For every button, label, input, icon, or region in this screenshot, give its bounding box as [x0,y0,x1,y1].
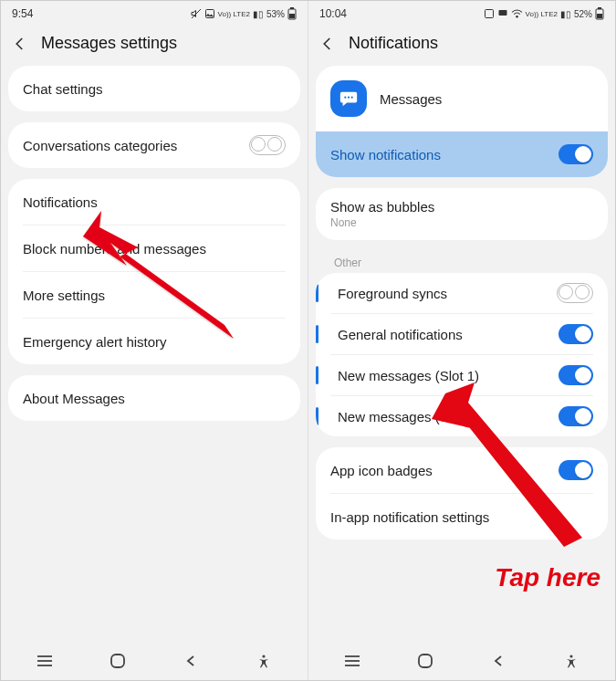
page-title: Notifications [349,34,438,53]
nav-bar [308,642,615,680]
row-show-notifications[interactable]: Show notifications [316,131,608,177]
status-battery: 52% [574,9,592,19]
app-name: Messages [380,91,442,107]
title-bar: Messages settings [1,25,308,66]
nav-recents[interactable] [334,650,371,672]
row-chat-settings[interactable]: Chat settings [8,66,300,111]
card-chat: Chat settings [8,66,300,111]
row-app-header[interactable]: Messages [316,66,608,131]
row-in-app-notif[interactable]: In-app notification settings [316,494,608,540]
messages-app-icon [330,80,367,117]
battery-icon [287,7,297,20]
picture-icon [484,8,495,19]
svg-point-17 [344,97,346,99]
chat-icon [497,8,508,19]
row-about-messages[interactable]: About Messages [8,375,300,421]
status-net: Vo)) LTE2 [526,10,558,18]
card-bubbles: Show as bubbles None [316,188,608,240]
toggle-new-messages-slot1[interactable] [559,365,593,385]
row-app-icon-badges[interactable]: App icon badges [316,447,608,493]
phone-left: 9:54 Vo)) LTE2 ▮▯ 53% Messages settings … [1,1,308,680]
signal-icon: ▮▯ [560,9,571,19]
nav-back[interactable] [480,650,517,672]
svg-rect-16 [597,14,602,18]
wifi-icon [511,9,523,18]
card-main: Notifications Block numbers and messages… [8,179,300,364]
back-icon[interactable] [319,36,336,52]
svg-rect-11 [485,10,493,18]
status-right: Vo)) LTE2 ▮▯ 53% [191,7,297,20]
svg-rect-23 [419,655,432,667]
row-new-messages-sim2[interactable]: New messages (SIM2) [316,396,608,436]
row-emergency-alert[interactable]: Emergency alert history [8,319,300,364]
nav-back[interactable] [172,650,209,672]
status-right: Vo)) LTE2 ▮▯ 52% [484,7,604,20]
row-block-numbers[interactable]: Block numbers and messages [8,225,300,271]
row-foreground-syncs[interactable]: Foreground syncs [316,273,608,313]
signal-icon: ▮▯ [253,9,264,19]
toggle-foreground-syncs[interactable] [557,283,593,303]
screenshot-pair: 9:54 Vo)) LTE2 ▮▯ 53% Messages settings … [0,0,616,681]
status-bar: 10:04 Vo)) LTE2 ▮▯ 52% [308,1,615,25]
svg-rect-8 [111,655,124,667]
row-notifications[interactable]: Notifications [8,179,300,225]
card-about: About Messages [8,375,300,421]
page-title: Messages settings [41,34,177,53]
status-time: 9:54 [12,7,33,20]
svg-rect-3 [290,7,294,9]
card-other: Foreground syncs General notifications N… [316,273,608,436]
nav-accessibility[interactable] [553,650,590,672]
svg-point-24 [569,655,572,657]
toggle-conversations-categories[interactable] [249,135,286,155]
battery-icon [595,7,604,20]
svg-point-18 [348,97,350,99]
card-last: App icon badges In-app notification sett… [316,447,608,540]
svg-rect-12 [498,10,506,16]
row-conversations-categories[interactable]: Conversations categories [8,122,300,168]
nav-home[interactable] [99,650,136,672]
settings-list: Messages Show notifications Show as bubb… [308,66,615,642]
card-app: Messages Show notifications [316,66,608,177]
toggle-general-notifications[interactable] [559,324,593,344]
svg-rect-15 [598,7,601,9]
card-conv: Conversations categories [8,122,300,168]
picture-icon [204,8,215,19]
svg-point-13 [516,16,517,17]
status-battery: 53% [266,9,285,19]
toggle-new-messages-sim2[interactable] [559,406,593,426]
phone-right: 10:04 Vo)) LTE2 ▮▯ 52% Notifications [308,1,615,680]
status-bar: 9:54 Vo)) LTE2 ▮▯ 53% [1,1,308,25]
settings-list: Chat settings Conversations categories N… [1,66,308,642]
nav-bar [1,642,308,680]
row-more-settings[interactable]: More settings [8,272,300,318]
back-icon[interactable] [12,36,28,52]
row-new-messages-slot1[interactable]: New messages (Slot 1) [316,355,608,395]
nav-accessibility[interactable] [245,650,282,672]
svg-point-19 [351,97,353,99]
svg-point-9 [262,655,265,657]
section-other: Other [316,251,608,273]
title-bar: Notifications [308,25,615,66]
status-time: 10:04 [319,7,347,20]
row-show-bubbles[interactable]: Show as bubbles None [316,188,608,240]
nav-recents[interactable] [26,650,63,672]
nav-home[interactable] [407,650,444,672]
row-general-notifications[interactable]: General notifications [316,314,608,354]
toggle-app-icon-badges[interactable] [559,460,593,480]
toggle-show-notifications[interactable] [559,144,593,164]
mute-icon [191,8,202,19]
status-net: Vo)) LTE2 [218,10,250,18]
svg-rect-4 [289,14,295,18]
